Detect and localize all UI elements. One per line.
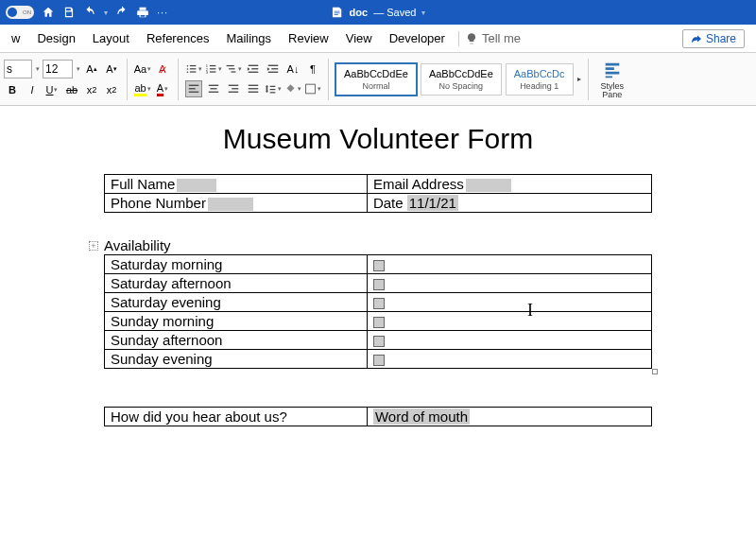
full-name-field[interactable] <box>177 179 216 192</box>
font-name-select[interactable] <box>4 60 32 78</box>
document-name[interactable]: doc <box>350 7 369 18</box>
page[interactable]: Museum Volunteer Form Full Name Email Ad… <box>47 106 709 556</box>
autosave-toggle[interactable]: ON <box>6 6 34 19</box>
document-title[interactable]: Museum Volunteer Form <box>104 123 652 155</box>
phone-label: Phone Number <box>111 195 206 211</box>
dec-indent-button[interactable] <box>245 61 262 78</box>
tab-references[interactable]: References <box>139 27 216 49</box>
checkbox[interactable] <box>373 298 385 309</box>
svg-rect-12 <box>227 65 234 66</box>
tab-developer[interactable]: Developer <box>382 27 453 49</box>
checkbox[interactable] <box>373 279 385 290</box>
styles-pane-button[interactable]: Styles Pane <box>595 60 630 99</box>
tab-review[interactable]: Review <box>281 27 336 49</box>
bullets-button[interactable]: ▾ <box>185 61 202 78</box>
styles-gallery[interactable]: AaBbCcDdEe Normal AaBbCcDdEe No Spacing … <box>335 63 581 96</box>
styles-more-icon[interactable]: ▸ <box>577 75 581 83</box>
font-size-select[interactable] <box>43 60 73 78</box>
font-color-button[interactable]: A▾ <box>154 80 171 97</box>
svg-rect-29 <box>229 92 239 93</box>
align-center-button[interactable] <box>205 80 222 97</box>
svg-rect-19 <box>271 68 278 69</box>
subscript-button[interactable]: x2 <box>83 81 100 98</box>
svg-rect-25 <box>211 88 217 89</box>
date-field[interactable]: 11/1/21 <box>407 195 458 211</box>
svg-point-0 <box>187 65 189 67</box>
document-area[interactable]: Museum Volunteer Form Full Name Email Ad… <box>0 106 756 556</box>
hear-value-field[interactable]: Word of mouth <box>373 408 470 425</box>
document-save-state: — Saved <box>373 7 416 18</box>
checkbox[interactable] <box>373 260 385 271</box>
lightbulb-icon <box>465 32 478 45</box>
email-label: Email Address <box>373 176 464 192</box>
svg-rect-9 <box>210 68 216 69</box>
save-icon[interactable] <box>62 6 76 19</box>
multilevel-list-button[interactable]: ▾ <box>225 61 242 78</box>
shrink-font-button[interactable]: A▾ <box>103 61 120 78</box>
bold-button[interactable]: B <box>4 81 21 98</box>
change-case-button[interactable]: Aa▾ <box>134 61 151 78</box>
svg-rect-22 <box>189 88 196 89</box>
align-left-button[interactable] <box>185 80 202 97</box>
phone-field[interactable] <box>208 198 253 211</box>
menu-bar: w Design Layout References Mailings Revi… <box>0 25 756 53</box>
tab-view[interactable]: View <box>338 27 380 49</box>
borders-button[interactable]: ▾ <box>304 80 321 97</box>
style-no-spacing[interactable]: AaBbCcDdEe No Spacing <box>421 63 502 96</box>
checkbox[interactable] <box>373 336 385 347</box>
tell-me-search[interactable]: Tell me <box>465 31 521 45</box>
svg-rect-7 <box>210 65 216 66</box>
qat-more-icon[interactable]: ··· <box>157 7 168 18</box>
date-label: Date <box>373 195 404 211</box>
svg-rect-32 <box>249 92 259 93</box>
style-heading-1[interactable]: AaBbCcDc Heading 1 <box>506 63 574 96</box>
svg-rect-5 <box>190 71 197 72</box>
word-doc-icon <box>331 6 344 19</box>
numbering-button[interactable]: 123▾ <box>205 61 222 78</box>
grow-font-button[interactable]: A▴ <box>83 61 100 78</box>
align-right-button[interactable] <box>225 80 242 97</box>
svg-point-4 <box>187 71 189 73</box>
underline-button[interactable]: U▾ <box>43 81 60 98</box>
table-row: How did you hear about us? Word of mouth <box>105 408 652 426</box>
show-marks-button[interactable]: ¶ <box>304 61 321 78</box>
hear-about-table[interactable]: How did you hear about us? Word of mouth <box>104 407 652 426</box>
highlight-button[interactable]: ab▾ <box>134 80 151 97</box>
table-row: Full Name Email Address <box>105 175 652 194</box>
undo-icon[interactable] <box>83 6 96 19</box>
clear-format-button[interactable]: A̷ <box>154 61 171 78</box>
undo-dropdown-icon[interactable]: ▾ <box>104 9 108 17</box>
table-resize-handle[interactable] <box>652 369 658 374</box>
svg-rect-35 <box>270 92 276 93</box>
svg-rect-34 <box>270 89 276 90</box>
print-icon[interactable] <box>136 6 149 19</box>
checkbox[interactable] <box>373 317 385 328</box>
availability-heading[interactable]: Availability <box>104 237 652 253</box>
inc-indent-button[interactable] <box>265 61 282 78</box>
italic-button[interactable]: I <box>24 81 41 98</box>
availability-table[interactable]: Saturday morning Saturday afternoon Satu… <box>104 254 652 369</box>
style-normal[interactable]: AaBbCcDdEe Normal <box>335 63 417 96</box>
title-dropdown-icon[interactable]: ▾ <box>421 9 425 17</box>
tab-draw[interactable]: w <box>4 27 27 49</box>
contact-table[interactable]: Full Name Email Address Phone Number Dat… <box>104 174 652 213</box>
email-field[interactable] <box>466 179 511 192</box>
table-anchor-icon[interactable]: + <box>89 241 98 251</box>
shading-button[interactable]: ▾ <box>284 80 301 97</box>
svg-rect-30 <box>249 85 259 86</box>
justify-button[interactable] <box>245 80 262 97</box>
line-spacing-button[interactable]: ▾ <box>265 80 282 97</box>
redo-icon[interactable] <box>115 6 129 19</box>
strikethrough-button[interactable]: ab <box>63 81 80 98</box>
home-icon[interactable] <box>42 6 55 19</box>
tab-design[interactable]: Design <box>29 27 82 49</box>
hear-label[interactable]: How did you hear about us? <box>105 408 368 426</box>
tab-mailings[interactable]: Mailings <box>218 27 279 49</box>
tab-layout[interactable]: Layout <box>85 27 137 49</box>
share-button[interactable]: Share <box>682 29 745 48</box>
table-row: Sunday afternoon <box>105 331 652 350</box>
sort-button[interactable]: A↓ <box>284 61 301 78</box>
superscript-button[interactable]: x2 <box>103 81 120 98</box>
checkbox[interactable] <box>373 355 385 366</box>
table-row: Phone Number Date 11/1/21 <box>105 194 652 213</box>
